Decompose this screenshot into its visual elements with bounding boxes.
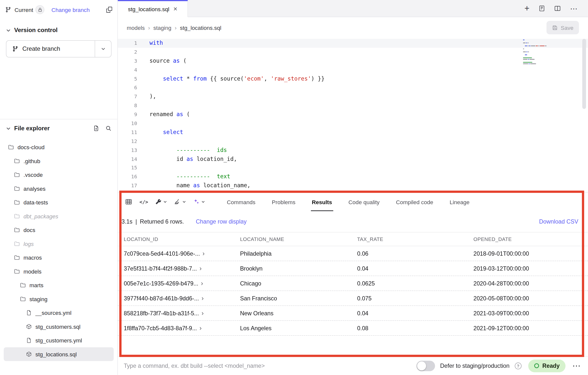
- file-tree-item-stg-customers-yml[interactable]: stg_customers.yml: [4, 333, 114, 347]
- command-input[interactable]: [124, 363, 411, 369]
- table-view-icon[interactable]: [125, 198, 132, 205]
- file-explorer-header[interactable]: File explorer: [0, 119, 118, 137]
- tab-lineage[interactable]: Lineage: [450, 192, 469, 211]
- file-tree-item-macros[interactable]: macros: [4, 251, 114, 265]
- file-tree-item-models[interactable]: models: [4, 265, 114, 279]
- cell: 0.04: [357, 265, 473, 272]
- folder-icon: [8, 144, 14, 150]
- code-line[interactable]: 4: [118, 66, 588, 75]
- create-branch-button[interactable]: Create branch: [6, 40, 112, 57]
- journal-icon[interactable]: [539, 5, 545, 12]
- code-line[interactable]: 11 select: [118, 128, 588, 137]
- code-line[interactable]: 13 ---------- ids: [118, 146, 588, 155]
- split-view-icon[interactable]: [554, 5, 561, 12]
- file-tree-item-analyses[interactable]: analyses: [4, 182, 114, 196]
- tab-stg-locations-sql[interactable]: stg_locations.sql ×: [118, 0, 188, 17]
- create-branch-dropdown[interactable]: [95, 41, 111, 57]
- code-view-icon[interactable]: </>: [139, 199, 148, 205]
- breadcrumb-staging[interactable]: staging: [153, 24, 171, 31]
- file-tree-item--sources-yml[interactable]: __sources.yml: [4, 306, 114, 320]
- new-file-icon[interactable]: [93, 125, 99, 131]
- line-number: 5: [118, 74, 137, 83]
- tab-compiled-code[interactable]: Compiled code: [396, 192, 433, 211]
- cell: 2020-04-28T00:00:00: [473, 280, 582, 287]
- row-expand-icon[interactable]: ›: [202, 310, 204, 317]
- breadcrumb-file: stg_locations.sql: [180, 24, 221, 31]
- more-options-button[interactable]: ⋯: [572, 362, 581, 370]
- table-row: 37e5f311-b7f4-4f2f-988b-7...›Brooklyn0.0…: [118, 261, 588, 276]
- file-tree-item-dbt-packages[interactable]: dbt_packages: [4, 209, 114, 223]
- ai-assist-dropdown[interactable]: [194, 199, 205, 205]
- version-control-header[interactable]: Version control: [6, 25, 112, 36]
- file-tree-item-docs[interactable]: docs: [4, 223, 114, 237]
- file-tree-item-stg-customers-sql[interactable]: stg_customers.sql: [4, 320, 114, 334]
- row-expand-icon[interactable]: ›: [200, 265, 202, 272]
- row-expand-icon[interactable]: ›: [200, 325, 202, 332]
- file-tree-item-stg-locations-sql[interactable]: stg_locations.sql: [4, 347, 114, 361]
- format-dropdown[interactable]: [175, 199, 186, 205]
- minimap[interactable]: [523, 40, 557, 65]
- build-options-dropdown[interactable]: [156, 199, 167, 205]
- line-number: 2: [118, 48, 137, 57]
- chevron-down-icon: [164, 200, 167, 204]
- code-line[interactable]: 2: [118, 48, 588, 57]
- code-line[interactable]: 1with: [118, 39, 588, 48]
- file-tree-item-staging[interactable]: staging: [4, 292, 114, 306]
- code-line[interactable]: 16 ---------- text: [118, 173, 588, 182]
- code-line[interactable]: 6: [118, 83, 588, 92]
- code-line[interactable]: 12: [118, 137, 588, 146]
- folder-icon: [14, 227, 20, 233]
- download-csv-link[interactable]: Download CSV: [539, 218, 578, 225]
- breadcrumb-models[interactable]: models: [127, 24, 145, 31]
- code-line[interactable]: 3source as (: [118, 57, 588, 66]
- defer-toggle[interactable]: [416, 361, 435, 371]
- help-icon[interactable]: ?: [515, 363, 521, 369]
- new-tab-icon[interactable]: +: [524, 4, 529, 13]
- change-row-display-link[interactable]: Change row display: [196, 218, 247, 225]
- code-text: name as location_name,: [137, 181, 251, 190]
- row-expand-icon[interactable]: ›: [203, 250, 205, 257]
- file-item-label: models: [24, 268, 42, 275]
- code-line[interactable]: 10: [118, 119, 588, 128]
- code-line[interactable]: 17 name as location_name,: [118, 181, 588, 190]
- file-tree-item-docs-cloud[interactable]: docs-cloud: [4, 140, 114, 154]
- more-options-icon[interactable]: ⋯: [570, 5, 578, 12]
- file-tree-item--vscode[interactable]: .vscode: [4, 168, 114, 182]
- file-tree-item-data-tests[interactable]: data-tests: [4, 195, 114, 209]
- cell: 2021-03-09T00:00:00: [473, 310, 582, 317]
- search-icon[interactable]: [106, 125, 112, 131]
- create-branch-main[interactable]: Create branch: [6, 41, 95, 57]
- line-number: 7: [118, 92, 137, 101]
- save-button[interactable]: Save: [546, 21, 579, 34]
- editor-scrollbar[interactable]: [582, 39, 586, 109]
- file-tree-item-marts[interactable]: marts: [4, 278, 114, 292]
- code-line[interactable]: 5 select * from {{ source('ecom', 'raw_s…: [118, 74, 588, 83]
- tab-commands[interactable]: Commands: [227, 192, 255, 211]
- row-expand-icon[interactable]: ›: [201, 280, 203, 287]
- code-line[interactable]: 14 id as location_id,: [118, 155, 588, 164]
- tab-code-quality[interactable]: Code quality: [348, 192, 379, 211]
- row-expand-icon[interactable]: ›: [202, 295, 204, 302]
- code-line[interactable]: 8: [118, 101, 588, 110]
- cell: 7c079cea-5ed4-4101-906e-...›: [124, 250, 240, 257]
- file-item-label: stg_locations.sql: [36, 351, 77, 358]
- code-line[interactable]: 15: [118, 164, 588, 173]
- toggle-knob: [417, 361, 426, 370]
- code-text: [137, 101, 150, 110]
- file-icon: [26, 310, 32, 316]
- copy-icon[interactable]: [106, 7, 112, 13]
- close-icon[interactable]: ×: [173, 6, 177, 12]
- code-text: [137, 137, 150, 146]
- tab-problems[interactable]: Problems: [272, 192, 295, 211]
- table-row: 7c079cea-5ed4-4101-906e-...›Philadelphia…: [118, 246, 588, 261]
- file-tree-item--github[interactable]: .github: [4, 154, 114, 168]
- code-text: select * from {{ source('ecom', 'raw_sto…: [137, 74, 325, 83]
- chevron-down-icon: [6, 28, 11, 33]
- file-tree-item-logs[interactable]: logs: [4, 237, 114, 251]
- code-editor[interactable]: 1with23source as (45 select * from {{ so…: [118, 38, 588, 192]
- tab-results[interactable]: Results: [312, 192, 332, 211]
- code-line[interactable]: 9renamed as (: [118, 110, 588, 119]
- code-line[interactable]: 7),: [118, 92, 588, 101]
- folder-icon: [14, 241, 20, 247]
- change-branch-link[interactable]: Change branch: [51, 6, 90, 13]
